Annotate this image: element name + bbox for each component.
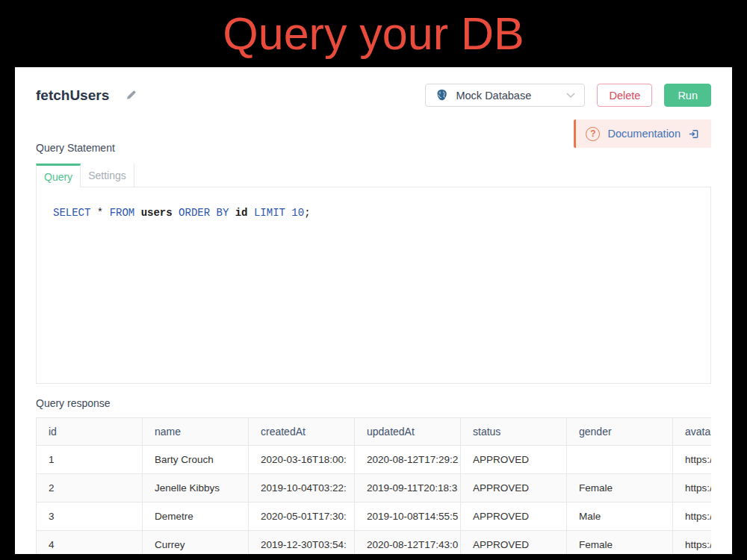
sql-token (173, 207, 179, 219)
sql-token: SELECT (53, 207, 90, 219)
sql-token: users (141, 207, 173, 219)
column-header: id (37, 418, 143, 446)
query-actions: Mock Database Delete Run (425, 84, 711, 107)
column-header: updatedAt (355, 418, 461, 446)
table-cell: Female (567, 474, 673, 503)
chevron-down-icon (566, 93, 575, 99)
sql-token: 10 (291, 207, 304, 219)
table-cell: Jenelle Kibbys (143, 474, 249, 503)
table-row: 3Demetre2020-05-01T17:30:2019-10-08T14:5… (37, 503, 712, 531)
query-response-label: Query response (36, 397, 711, 409)
page-background: Query your DB fetchUsers (0, 0, 747, 560)
table-cell: 2020-08-12T17:29:2 (355, 446, 461, 474)
sql-token: id (235, 207, 248, 219)
sql-token: LIMIT (254, 207, 285, 219)
documentation-label: Documentation (607, 128, 681, 140)
column-header: avatar (673, 418, 712, 446)
table-cell: 2019-10-04T03:22: (249, 474, 355, 503)
table-cell: 2020-08-12T17:43:0 (355, 531, 461, 555)
sql-token (229, 207, 235, 219)
table-cell: https:// (673, 474, 712, 503)
table-cell (567, 446, 673, 474)
query-editor-panel: fetchUsers (15, 67, 732, 554)
table-cell: APPROVED (461, 531, 567, 555)
column-header: name (143, 418, 249, 446)
sql-editor[interactable]: SELECT * FROM users ORDER BY id LIMIT 10… (36, 187, 711, 384)
query-name: fetchUsers (36, 87, 109, 104)
table-cell: 4 (37, 531, 143, 555)
table-cell: 3 (37, 503, 143, 531)
table-cell: 2019-12-30T03:54: (249, 531, 355, 555)
table-cell: https:// (673, 503, 712, 531)
sql-token: ; (304, 207, 310, 219)
tab-settings[interactable]: Settings (81, 164, 134, 187)
sql-token: FROM (110, 207, 135, 219)
table-cell: Currey (143, 531, 249, 555)
postgresql-icon (435, 88, 449, 102)
sql-token (248, 207, 254, 219)
sql-token (134, 207, 140, 219)
table-header-row: idnamecreatedAtupdatedAtstatusgenderavat… (37, 418, 712, 446)
page-title: Query your DB (0, 0, 747, 67)
table-cell: 2020-05-01T17:30: (249, 503, 355, 531)
table-cell: Male (567, 503, 673, 531)
table-cell: APPROVED (461, 503, 567, 531)
table-cell: https:// (673, 531, 712, 555)
sql-code: SELECT * FROM users ORDER BY id LIMIT 10… (37, 187, 710, 220)
table-cell: https:// (673, 446, 712, 474)
sql-token: * (90, 207, 109, 219)
table-cell: 2019-10-08T14:55:5 (355, 503, 461, 531)
table-cell: Female (567, 531, 673, 555)
question-circle-icon: ? (586, 127, 600, 141)
response-table-wrapper: idnamecreatedAtupdatedAtstatusgenderavat… (36, 417, 711, 554)
table-cell: 1 (37, 446, 143, 474)
table-row: 1Barty Crouch2020-03-16T18:00:2020-08-12… (37, 446, 712, 474)
run-button[interactable]: Run (664, 84, 711, 107)
edit-name-icon[interactable] (125, 90, 137, 101)
database-select-value: Mock Database (456, 90, 560, 102)
table-cell: 2 (37, 474, 143, 503)
column-header: status (461, 418, 567, 446)
response-table: idnamecreatedAtupdatedAtstatusgenderavat… (36, 417, 711, 554)
database-select[interactable]: Mock Database (425, 84, 585, 107)
documentation-link[interactable]: ? Documentation (574, 119, 711, 148)
delete-button[interactable]: Delete (597, 84, 652, 107)
table-cell: Demetre (143, 503, 249, 531)
table-row: 2Jenelle Kibbys2019-10-04T03:22:2019-09-… (37, 474, 712, 503)
column-header: createdAt (249, 418, 355, 446)
table-row: 4Currey2019-12-30T03:54:2020-08-12T17:43… (37, 531, 712, 555)
query-name-group: fetchUsers (36, 87, 137, 104)
column-header: gender (567, 418, 673, 446)
table-cell: 2019-09-11T20:18:3 (355, 474, 461, 503)
sql-token: ORDER BY (179, 207, 229, 219)
open-docs-icon (688, 128, 699, 140)
tab-bar: Query Settings (36, 164, 711, 187)
table-cell: 2020-03-16T18:00: (249, 446, 355, 474)
tab-query[interactable]: Query (36, 164, 81, 187)
table-cell: APPROVED (461, 446, 567, 474)
table-cell: Barty Crouch (143, 446, 249, 474)
query-header-bar: fetchUsers (36, 67, 711, 107)
table-cell: APPROVED (461, 474, 567, 503)
